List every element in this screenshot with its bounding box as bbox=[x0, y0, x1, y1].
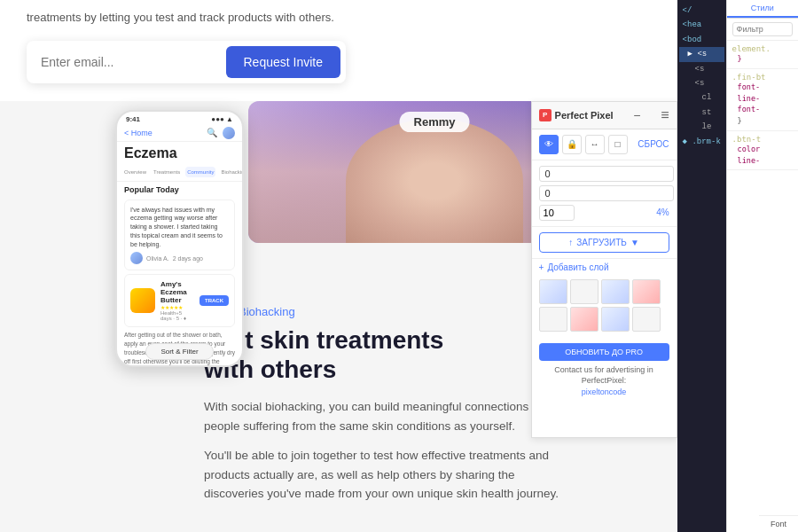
pp-thumb-1[interactable] bbox=[539, 279, 567, 304]
phone-product-name: Amy's Eczema Butter bbox=[160, 280, 194, 304]
main-wrapper: treatments by letting you test and track… bbox=[0, 0, 677, 532]
phone-tab-treatments[interactable]: Treatments bbox=[152, 167, 182, 177]
pp-title: Perfect Pixel bbox=[555, 110, 614, 121]
phone-signal: ●●● ▲ bbox=[211, 115, 233, 123]
pp-thumb-3[interactable] bbox=[601, 279, 630, 304]
skin-background bbox=[346, 119, 523, 243]
styles-prop-2: font- line- font- bbox=[732, 82, 793, 115]
styles-filter bbox=[727, 19, 798, 41]
phone-author-time: 2 days ago bbox=[173, 254, 203, 263]
middle-section: Remmy P Perfect Pixel − ≡ 👁 🔒 ↔ □ СБРОС bbox=[0, 101, 677, 287]
pp-thumb-8[interactable] bbox=[632, 307, 661, 332]
devtools-line-2: <hea bbox=[679, 18, 724, 32]
email-input[interactable] bbox=[41, 55, 219, 69]
phone-product-info: Amy's Eczema Butter ★★★★★ Health+5 days … bbox=[160, 280, 194, 321]
pp-opacity-row: 4% bbox=[539, 205, 669, 221]
phone-product-card: Amy's Eczema Butter ★★★★★ Health+5 days … bbox=[124, 274, 235, 327]
pp-thumb-6[interactable] bbox=[570, 307, 598, 332]
hero-label: Remmy bbox=[400, 112, 470, 132]
pp-menu-button[interactable]: ≡ bbox=[661, 107, 669, 123]
pp-upload-arrow: ↑ bbox=[568, 238, 573, 247]
phone-product-sub: Health+5 days · 5 · ♦ bbox=[160, 310, 194, 321]
pp-thumb-row-1 bbox=[539, 279, 669, 304]
styles-filter-input[interactable] bbox=[732, 22, 793, 36]
phone-author-avatar bbox=[130, 252, 143, 264]
pp-upgrade-button[interactable]: ОБНОВИТЬ ДО PRO bbox=[539, 343, 669, 361]
phone-status-bar: 9:41 ●●● ▲ bbox=[117, 112, 242, 125]
pp-thumb-5[interactable] bbox=[539, 307, 567, 332]
bio-para-2: You'll be able to join together to test … bbox=[204, 446, 576, 504]
phone-user-avatar[interactable] bbox=[223, 127, 235, 139]
styles-prop-1: } bbox=[732, 53, 793, 65]
styles-rule-3: .btn-t color line- bbox=[727, 131, 798, 171]
devtools-line-4[interactable]: ▶ <s bbox=[679, 47, 724, 61]
phone-search-icon[interactable]: 🔍 bbox=[207, 128, 217, 137]
styles-selector-3: .btn-t bbox=[732, 135, 793, 144]
phone-tab-community[interactable]: Community bbox=[185, 167, 215, 177]
phone-nav: < Home 🔍 bbox=[117, 125, 242, 142]
styles-selector-2: .fin-bt bbox=[732, 73, 793, 82]
phone-sort-button[interactable]: Sort & Filter bbox=[145, 343, 213, 360]
bio-para-1: With social biohacking, you can build me… bbox=[204, 397, 576, 435]
pp-box-tool[interactable]: □ bbox=[608, 135, 628, 154]
pp-upgrade-section: ОБНОВИТЬ ДО PRO Contact us for advertisi… bbox=[532, 338, 677, 403]
pp-x-input[interactable] bbox=[539, 166, 674, 182]
pp-thumbnails bbox=[532, 276, 677, 338]
phone-screen-title: Eczema bbox=[117, 142, 242, 163]
pp-upload-button[interactable]: ↑ ЗАГРУЗИТЬ ▼ bbox=[539, 232, 669, 253]
pp-add-layer: + Добавить слой bbox=[532, 259, 677, 276]
pp-opacity-pct: 4% bbox=[656, 207, 669, 217]
pp-tools: 👁 🔒 ↔ □ СБРОС bbox=[532, 129, 677, 160]
pp-move-tool[interactable]: ↔ bbox=[585, 135, 605, 154]
pp-opacity-input[interactable] bbox=[539, 205, 575, 221]
devtools-line-6: <s bbox=[679, 76, 724, 90]
styles-tab-styles[interactable]: Стили bbox=[727, 0, 798, 18]
email-form: Request Invite bbox=[27, 41, 346, 83]
styles-prop-3: color line- bbox=[732, 144, 793, 167]
top-description: treatments by letting you test and track… bbox=[27, 9, 337, 27]
devtools-line-8: st bbox=[679, 106, 724, 120]
phone-tabs: Overview Treatments Community Biohacking… bbox=[117, 163, 242, 182]
phone-post-author: Olivia A. 2 days ago bbox=[130, 252, 229, 264]
styles-rule-1: element. } bbox=[727, 41, 798, 69]
phone-section-title: Popular Today bbox=[117, 182, 242, 196]
phone-post: I've always had issues with my eczema ge… bbox=[124, 200, 235, 271]
phone-back[interactable]: < Home bbox=[124, 129, 153, 137]
invite-button[interactable]: Request Invite bbox=[226, 46, 341, 78]
right-panels: </ <hea <bod ▶ <s <s <s cl st le ◆ .brm-… bbox=[677, 0, 726, 532]
devtools-line-7: cl bbox=[679, 90, 724, 105]
pp-upload-label: ЗАГРУЗИТЬ bbox=[576, 238, 627, 247]
pp-upgrade-link[interactable]: pixeltoncode bbox=[582, 387, 627, 396]
phone-tab-biohacking[interactable]: Biohacking bbox=[219, 167, 244, 177]
styles-selector-1: element. bbox=[732, 44, 793, 53]
pp-thumb-2[interactable] bbox=[570, 279, 598, 304]
pp-add-layer-button[interactable]: + Добавить слой bbox=[532, 259, 677, 276]
pp-thumb-4[interactable] bbox=[632, 279, 661, 304]
pp-reset-button[interactable]: СБРОС bbox=[638, 139, 669, 149]
pp-lock-tool[interactable]: 🔒 bbox=[562, 135, 582, 154]
devtools-line-3: <bod bbox=[679, 33, 724, 47]
phone-tab-overview[interactable]: Overview bbox=[122, 167, 148, 177]
devtools-line-9: le bbox=[679, 120, 724, 134]
phone-post-text: I've always had issues with my eczema ge… bbox=[130, 207, 223, 247]
phone-track-button[interactable]: TRACK bbox=[200, 295, 229, 306]
pp-header: P Perfect Pixel − ≡ bbox=[532, 102, 677, 129]
pp-logo: P Perfect Pixel bbox=[539, 109, 614, 121]
pp-y-input[interactable] bbox=[539, 185, 674, 201]
pp-upload-chevron: ▼ bbox=[630, 238, 639, 247]
devtools-line-5: <s bbox=[679, 62, 724, 76]
phone-stars: ★★★★★ bbox=[160, 304, 194, 310]
pp-eye-tool[interactable]: 👁 bbox=[539, 135, 559, 154]
styles-panel: Стили element. } .fin-bt font- line- fon… bbox=[726, 0, 798, 532]
perfect-pixel-panel: P Perfect Pixel − ≡ 👁 🔒 ↔ □ СБРОС X × bbox=[531, 101, 677, 438]
pp-minimize-button[interactable]: − bbox=[633, 108, 640, 122]
devtools-content: </ <hea <bod ▶ <s <s <s cl st le ◆ .brm-… bbox=[677, 0, 726, 153]
pp-logo-icon: P bbox=[539, 109, 552, 121]
font-label: Font bbox=[759, 515, 798, 532]
pp-plus-icon: + bbox=[539, 262, 544, 272]
pp-thumb-7[interactable] bbox=[601, 307, 630, 332]
pp-y-row: Y × bbox=[539, 185, 669, 201]
phone-author-name: Olivia A. bbox=[146, 254, 169, 263]
pp-upload-section: ↑ ЗАГРУЗИТЬ ▼ bbox=[532, 227, 677, 259]
styles-tabs: Стили bbox=[727, 0, 798, 19]
